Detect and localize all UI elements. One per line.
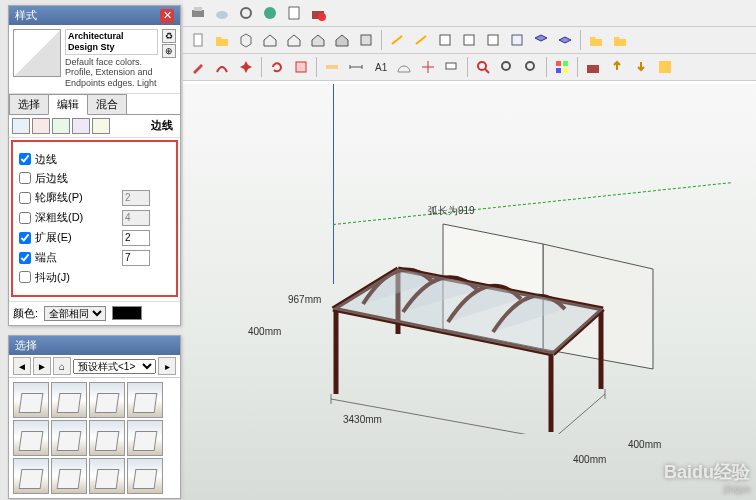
svg-rect-15 bbox=[326, 65, 338, 69]
model bbox=[303, 214, 663, 434]
panel-title-bar[interactable]: 样式 ✕ bbox=[9, 6, 180, 25]
cloud-icon[interactable] bbox=[211, 2, 233, 24]
protractor-icon[interactable] bbox=[393, 56, 415, 78]
view1-icon[interactable] bbox=[386, 29, 408, 51]
svg-point-20 bbox=[526, 62, 534, 70]
preset-item[interactable] bbox=[13, 382, 49, 418]
doc-icon[interactable] bbox=[187, 29, 209, 51]
house1-icon[interactable] bbox=[259, 29, 281, 51]
palette-icon[interactable] bbox=[551, 56, 573, 78]
preset-dropdown[interactable]: 预设样式<1> bbox=[73, 359, 156, 374]
warehouse-stop-icon[interactable] bbox=[307, 2, 329, 24]
edges-checkbox[interactable] bbox=[19, 153, 31, 165]
download-icon[interactable] bbox=[630, 56, 652, 78]
nav-home-icon[interactable]: ⌂ bbox=[53, 357, 71, 375]
view4-icon[interactable] bbox=[458, 29, 480, 51]
sparkle-icon[interactable] bbox=[235, 56, 257, 78]
print-icon[interactable] bbox=[187, 2, 209, 24]
axes-icon[interactable] bbox=[417, 56, 439, 78]
preset-item[interactable] bbox=[51, 420, 87, 456]
preset-nav: ◄ ► ⌂ 预设样式<1> ▸ bbox=[9, 355, 180, 378]
layers-icon[interactable] bbox=[530, 29, 552, 51]
model-settings-icon[interactable] bbox=[92, 118, 110, 134]
preset-item[interactable] bbox=[127, 420, 163, 456]
update-style-icon[interactable]: ♻ bbox=[162, 29, 176, 43]
tape-icon[interactable] bbox=[321, 56, 343, 78]
endpoints-checkbox[interactable] bbox=[19, 252, 31, 264]
upload-icon[interactable] bbox=[606, 56, 628, 78]
profiles-input bbox=[122, 190, 150, 206]
nav-back-icon[interactable]: ◄ bbox=[13, 357, 31, 375]
preset-item[interactable] bbox=[89, 420, 125, 456]
tab-mix[interactable]: 混合 bbox=[87, 94, 127, 114]
layers2-icon[interactable] bbox=[554, 29, 576, 51]
tab-edit[interactable]: 编辑 bbox=[48, 94, 88, 115]
panel-title-label: 样式 bbox=[15, 8, 37, 23]
jitter-checkbox[interactable] bbox=[19, 271, 31, 283]
paint-icon[interactable] bbox=[187, 56, 209, 78]
house4-icon[interactable] bbox=[331, 29, 353, 51]
folder-icon[interactable] bbox=[585, 29, 607, 51]
open-icon[interactable] bbox=[211, 29, 233, 51]
house3-icon[interactable] bbox=[307, 29, 329, 51]
settings-icon[interactable] bbox=[235, 2, 257, 24]
edge-highlight-box: 边线 后边线 轮廓线(P) 深粗线(D) 扩展(E) 端点 抖动(J bbox=[11, 140, 178, 297]
preset-item[interactable] bbox=[51, 458, 87, 494]
view2-icon[interactable] bbox=[410, 29, 432, 51]
face-settings-icon[interactable] bbox=[32, 118, 50, 134]
text-icon[interactable]: A1 bbox=[369, 56, 391, 78]
component-icon[interactable] bbox=[290, 56, 312, 78]
details-icon[interactable]: ▸ bbox=[158, 357, 176, 375]
toolbar-row-1 bbox=[183, 0, 756, 27]
globe-icon[interactable] bbox=[259, 2, 281, 24]
edge-settings-icon[interactable] bbox=[12, 118, 30, 134]
style-thumbnail[interactable] bbox=[13, 29, 61, 77]
nav-fwd-icon[interactable]: ► bbox=[33, 357, 51, 375]
new-style-icon[interactable]: ⊕ bbox=[162, 44, 176, 58]
close-icon[interactable]: ✕ bbox=[160, 9, 174, 23]
cube-icon[interactable] bbox=[355, 29, 377, 51]
preset-item[interactable] bbox=[127, 458, 163, 494]
preset-item[interactable] bbox=[13, 420, 49, 456]
preset-item[interactable] bbox=[89, 458, 125, 494]
style-name-field[interactable]: Architectural Design Sty bbox=[65, 29, 158, 55]
arc-red-icon[interactable] bbox=[211, 56, 233, 78]
preset-item[interactable] bbox=[51, 382, 87, 418]
color-mode-select[interactable]: 全部相同 bbox=[44, 306, 106, 321]
tab-select[interactable]: 选择 bbox=[9, 94, 49, 114]
rotate-icon[interactable] bbox=[266, 56, 288, 78]
svg-rect-21 bbox=[556, 61, 561, 66]
watermark-settings-icon[interactable] bbox=[72, 118, 90, 134]
edit-subsection-icons: 边线 bbox=[9, 115, 180, 138]
dim-400mm-right2-label: 400mm bbox=[628, 439, 661, 450]
profiles-checkbox[interactable] bbox=[19, 192, 31, 204]
endpoints-input[interactable] bbox=[122, 250, 150, 266]
zoom-icon[interactable] bbox=[472, 56, 494, 78]
label-icon[interactable] bbox=[441, 56, 463, 78]
svg-rect-9 bbox=[361, 35, 371, 45]
page-icon[interactable] bbox=[283, 2, 305, 24]
color-swatch[interactable] bbox=[112, 306, 142, 320]
back-edges-checkbox[interactable] bbox=[19, 172, 31, 184]
zoom-extents-icon[interactable] bbox=[520, 56, 542, 78]
view3-icon[interactable] bbox=[434, 29, 456, 51]
preset-title-bar[interactable]: 选择 bbox=[9, 336, 180, 355]
box-icon[interactable] bbox=[235, 29, 257, 51]
view6-icon[interactable] bbox=[506, 29, 528, 51]
extension-input[interactable] bbox=[122, 230, 150, 246]
zoom2-icon[interactable] bbox=[496, 56, 518, 78]
preset-item[interactable] bbox=[13, 458, 49, 494]
preset-item[interactable] bbox=[127, 382, 163, 418]
depth-cue-checkbox[interactable] bbox=[19, 212, 31, 224]
dim-400mm-left-label: 400mm bbox=[248, 326, 281, 337]
viewport[interactable]: 弧长为919 2700 967mm 400mm 3430mm 400mm 400… bbox=[183, 84, 756, 500]
share-icon[interactable] bbox=[654, 56, 676, 78]
folder2-icon[interactable] bbox=[609, 29, 631, 51]
house2-icon[interactable] bbox=[283, 29, 305, 51]
view5-icon[interactable] bbox=[482, 29, 504, 51]
preset-item[interactable] bbox=[89, 382, 125, 418]
dim-icon[interactable] bbox=[345, 56, 367, 78]
bg-settings-icon[interactable] bbox=[52, 118, 70, 134]
extension-checkbox[interactable] bbox=[19, 232, 31, 244]
warehouse-icon[interactable] bbox=[582, 56, 604, 78]
